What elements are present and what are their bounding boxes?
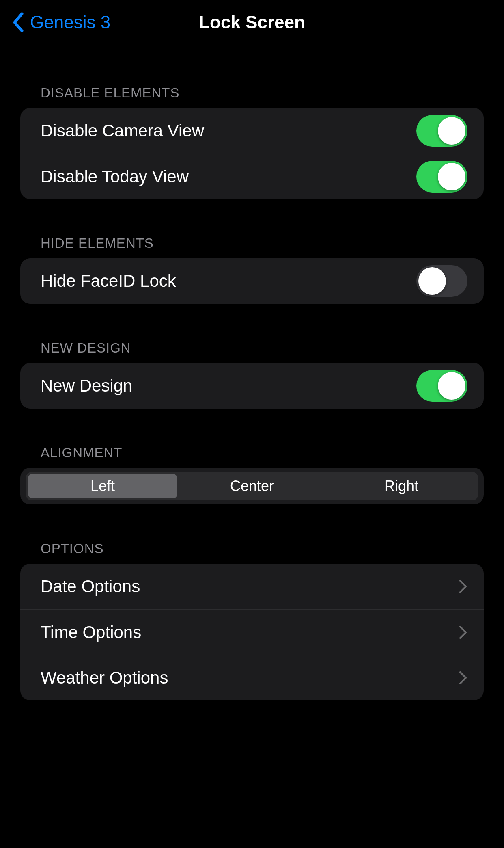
segment-right-label: Right: [384, 478, 418, 495]
chevron-right-icon: [459, 579, 467, 594]
segment-right[interactable]: Right: [327, 474, 476, 498]
section-header-new-design: New Design: [20, 340, 484, 363]
segment-left[interactable]: Left: [28, 474, 177, 498]
segment-center[interactable]: Center: [177, 474, 327, 498]
navbar: Genesis 3 Lock Screen: [0, 0, 504, 45]
row-time-options[interactable]: Time Options: [20, 609, 484, 655]
section-header-disable-elements: Disable Elements: [20, 85, 484, 108]
row-new-design: New Design: [20, 363, 484, 409]
chevron-right-icon: [459, 625, 467, 640]
page-title: Lock Screen: [199, 12, 305, 32]
segment-left-label: Left: [90, 478, 115, 495]
chevron-left-icon: [12, 12, 24, 32]
label-date-options: Date Options: [41, 577, 140, 596]
section-header-options: Options: [20, 541, 484, 564]
label-hide-faceid-lock: Hide FaceID Lock: [41, 271, 176, 291]
switch-disable-camera-view[interactable]: [416, 115, 467, 147]
row-hide-faceid-lock: Hide FaceID Lock: [20, 258, 484, 304]
label-time-options: Time Options: [41, 623, 141, 642]
group-options: Date Options Time Options Weather Option…: [20, 564, 484, 700]
section-header-alignment: Alignment: [20, 445, 484, 468]
switch-disable-today-view[interactable]: [416, 161, 467, 193]
back-label: Genesis 3: [30, 12, 110, 32]
label-weather-options: Weather Options: [41, 668, 168, 688]
label-disable-camera-view: Disable Camera View: [41, 121, 204, 141]
switch-hide-faceid-lock[interactable]: [416, 265, 467, 297]
switch-new-design[interactable]: [416, 370, 467, 402]
group-hide-elements: Hide FaceID Lock: [20, 258, 484, 304]
group-new-design: New Design: [20, 363, 484, 409]
row-disable-camera-view: Disable Camera View: [20, 108, 484, 154]
group-alignment: Left Center Right: [20, 468, 484, 504]
row-date-options[interactable]: Date Options: [20, 564, 484, 609]
group-disable-elements: Disable Camera View Disable Today View: [20, 108, 484, 199]
chevron-right-icon: [459, 671, 467, 685]
section-header-hide-elements: Hide Elements: [20, 236, 484, 258]
label-new-design: New Design: [41, 376, 132, 396]
back-button[interactable]: Genesis 3: [12, 0, 110, 45]
label-disable-today-view: Disable Today View: [41, 167, 189, 186]
row-weather-options[interactable]: Weather Options: [20, 655, 484, 700]
segmented-alignment: Left Center Right: [26, 472, 478, 500]
segment-center-label: Center: [230, 478, 274, 495]
content: Disable Elements Disable Camera View Dis…: [0, 45, 504, 700]
row-disable-today-view: Disable Today View: [20, 154, 484, 199]
